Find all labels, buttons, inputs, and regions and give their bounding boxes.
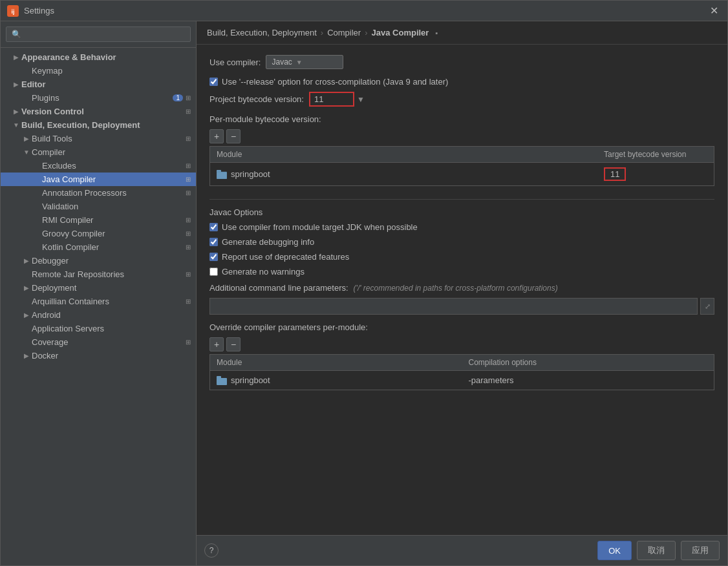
additional-cmd-input[interactable] [209, 298, 698, 315]
sidebar-item-label: Keymap [32, 66, 191, 76]
app-icon: ij [7, 5, 19, 17]
sidebar-item-docker[interactable]: ▶ Docker [1, 349, 196, 362]
use-module-target-checkbox[interactable] [209, 223, 218, 231]
search-box [1, 21, 196, 48]
sidebar-item-label: Build, Execution, Deployment [21, 120, 191, 130]
target-column-header: Target bytecode version [597, 147, 714, 162]
sidebar-item-rmi-compiler[interactable]: RMI Compiler ⊞ [1, 213, 196, 227]
target-version-cell: 11 [597, 165, 714, 183]
settings-window: ij Settings ✕ ▶ Appearance & Behavior Ke… [0, 0, 728, 566]
search-input[interactable] [6, 26, 191, 42]
sidebar-item-label: Application Servers [32, 324, 191, 333]
sidebar-item-appearance[interactable]: ▶ Appearance & Behavior [1, 50, 196, 64]
arrow-icon: ▼ [21, 149, 32, 156]
sidebar-item-debugger[interactable]: ▶ Debugger [1, 254, 196, 267]
sidebar-item-label: RMI Compiler [42, 215, 183, 225]
expand-cmd-button[interactable]: ⤢ [700, 298, 714, 315]
help-button[interactable]: ? [204, 543, 219, 558]
bottom-right: OK 取消 应用 [597, 541, 720, 560]
release-option-label: Use '--release' option for cross-compila… [222, 77, 448, 87]
sidebar-item-kotlin-compiler[interactable]: Kotlin Compiler ⊞ [1, 240, 196, 254]
sidebar-item-annotation-processors[interactable]: Annotation Processors ⊞ [1, 186, 196, 200]
release-option-checkbox[interactable] [209, 78, 218, 86]
sidebar-item-label: Remote Jar Repositories [32, 269, 183, 279]
override-options-cell: -parameters [462, 373, 714, 387]
remove-module-button[interactable]: − [226, 129, 241, 143]
ext-icon: ⊞ [186, 189, 191, 196]
override-module-col-header: Module [210, 355, 462, 370]
sidebar-item-plugins[interactable]: Plugins 1 ⊞ [1, 91, 196, 105]
use-module-target-row: Use compiler from module target JDK when… [209, 222, 714, 232]
ok-button[interactable]: OK [597, 541, 632, 560]
dropdown-arrow-icon: ▼ [296, 59, 303, 66]
arrow-icon: ▶ [21, 284, 32, 291]
sidebar-item-version-control[interactable]: ▶ Version Control ⊞ [1, 105, 196, 118]
breadcrumb-sep2: › [365, 28, 367, 37]
sidebar-item-coverage[interactable]: Coverage ⊞ [1, 335, 196, 349]
sidebar-item-remote-jar[interactable]: Remote Jar Repositories ⊞ [1, 267, 196, 281]
breadcrumb-part3: Java Compiler [372, 28, 429, 37]
compiler-select-dropdown[interactable]: Javac ▼ [266, 55, 343, 69]
sidebar-item-app-servers[interactable]: Application Servers [1, 322, 196, 335]
report-deprecated-row: Report use of deprecated features [209, 252, 714, 262]
gen-no-warnings-row: Generate no warnings [209, 267, 714, 277]
apply-button[interactable]: 应用 [681, 541, 720, 560]
svg-rect-2 [217, 172, 227, 179]
additional-cmd-label: Additional command line parameters: [209, 283, 348, 293]
gen-no-warnings-checkbox[interactable] [209, 267, 218, 276]
ext-icon: ⊞ [186, 176, 191, 183]
sidebar-item-build-exec-deploy[interactable]: ▼ Build, Execution, Deployment [1, 118, 196, 132]
sidebar-item-compiler[interactable]: ▼ Compiler [1, 145, 196, 159]
sidebar-item-validation[interactable]: Validation [1, 200, 196, 213]
gen-debug-info-checkbox[interactable] [209, 238, 218, 246]
close-button[interactable]: ✕ [707, 5, 721, 17]
compiler-select-value: Javac [272, 58, 292, 67]
sidebar-item-arquillian[interactable]: Arquillian Containers ⊞ [1, 295, 196, 308]
sidebar-item-keymap[interactable]: Keymap [1, 64, 196, 78]
breadcrumb-menu-icon[interactable]: ▪ [435, 29, 438, 37]
arrow-icon: ▶ [21, 135, 32, 142]
ext-icon: ⊞ [186, 216, 191, 224]
override-module-name: springboot [231, 375, 270, 385]
sidebar-item-label: Plugins [32, 93, 173, 103]
sidebar-item-label: Groovy Compiler [42, 229, 183, 238]
section-divider [209, 199, 714, 200]
titlebar: ij Settings ✕ [1, 1, 727, 21]
sidebar-item-excludes[interactable]: Excludes ⊞ [1, 159, 196, 173]
gen-no-warnings-label: Generate no warnings [222, 267, 305, 277]
bytecode-version-input[interactable] [309, 92, 354, 107]
additional-cmd-section: Additional command line parameters: ('/'… [209, 283, 714, 315]
sidebar-item-label: Coverage [32, 337, 183, 347]
ext-icon: ⊞ [186, 135, 191, 142]
bytecode-version-row: Project bytecode version: ▼ [209, 92, 714, 107]
svg-rect-3 [217, 170, 221, 173]
override-remove-button[interactable]: − [226, 337, 241, 351]
override-add-button[interactable]: + [209, 337, 224, 351]
sidebar-item-label: Android [32, 310, 191, 320]
main-panel: Build, Execution, Deployment › Compiler … [197, 21, 727, 565]
cancel-button[interactable]: 取消 [637, 541, 676, 560]
override-table-row: springboot -parameters [210, 371, 714, 390]
bytecode-dropdown-arrow-icon[interactable]: ▼ [357, 95, 365, 104]
sidebar-item-label: Build Tools [32, 134, 183, 143]
sidebar-item-label: Validation [42, 202, 191, 211]
breadcrumb: Build, Execution, Deployment › Compiler … [197, 21, 727, 45]
sidebar-item-label: Deployment [32, 283, 191, 293]
sidebar-item-editor[interactable]: ▶ Editor [1, 78, 196, 91]
sidebar: ▶ Appearance & Behavior Keymap ▶ Editor … [1, 21, 197, 565]
sidebar-item-deployment[interactable]: ▶ Deployment [1, 281, 196, 295]
sidebar-item-groovy-compiler[interactable]: Groovy Compiler ⊞ [1, 227, 196, 240]
arrow-icon: ▶ [21, 311, 32, 319]
svg-rect-6 [217, 376, 221, 379]
sidebar-item-build-tools[interactable]: ▶ Build Tools ⊞ [1, 132, 196, 145]
add-module-button[interactable]: + [209, 129, 224, 143]
breadcrumb-part2: Compiler [327, 28, 361, 37]
sidebar-item-java-compiler[interactable]: Java Compiler ⊞ [1, 173, 196, 186]
override-table: Module Compilation options springboot -p… [209, 354, 714, 390]
sidebar-item-android[interactable]: ▶ Android [1, 308, 196, 322]
sidebar-item-label: Annotation Processors [42, 188, 183, 198]
sidebar-item-label: Appearance & Behavior [21, 52, 191, 62]
use-compiler-row: Use compiler: Javac ▼ [209, 55, 714, 69]
report-deprecated-checkbox[interactable] [209, 253, 218, 261]
sidebar-item-label: Docker [32, 351, 191, 361]
